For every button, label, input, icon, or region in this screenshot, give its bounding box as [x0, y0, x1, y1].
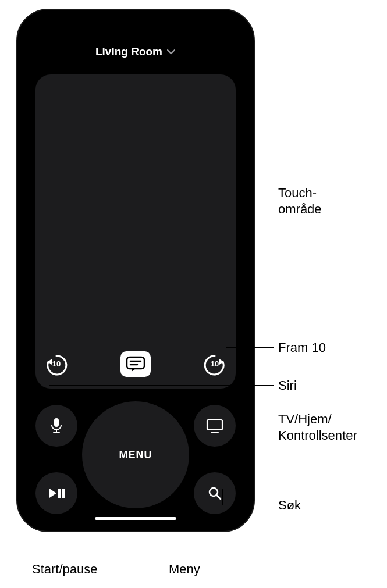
callout-tv-home: TV/Hjem/ Kontrollsenter	[278, 411, 357, 443]
skip-forward-10-button[interactable]: 10	[202, 351, 228, 377]
siri-button[interactable]	[35, 405, 77, 447]
menu-button[interactable]: MENU	[82, 401, 189, 508]
button-cluster: MENU	[35, 397, 236, 513]
leader-line	[49, 385, 274, 386]
phone-frame: Living Room 10	[16, 9, 255, 532]
captions-button[interactable]	[120, 351, 151, 377]
playback-row: 10	[44, 351, 228, 377]
play-pause-button[interactable]	[35, 472, 77, 514]
skip-back-10-label: 10	[52, 359, 61, 368]
callout-siri: Siri	[278, 377, 297, 394]
tv-icon	[205, 418, 224, 433]
leader-line	[264, 198, 274, 198]
leader-line	[226, 347, 274, 348]
callout-menu: Meny	[169, 561, 200, 578]
svg-rect-8	[207, 420, 222, 430]
device-selector-label: Living Room	[95, 45, 162, 58]
phone-screen: Living Room 10	[25, 17, 246, 523]
leader-line	[254, 323, 264, 323]
play-pause-icon	[48, 487, 65, 500]
device-selector[interactable]: Living Room	[25, 45, 246, 58]
svg-rect-0	[127, 357, 144, 369]
leader-line	[222, 489, 223, 505]
leader-line	[230, 419, 274, 419]
skip-back-10-button[interactable]: 10	[44, 351, 69, 377]
skip-forward-10-label: 10	[211, 359, 219, 368]
callout-forward-10: Fram 10	[278, 340, 326, 356]
search-button[interactable]	[194, 472, 236, 514]
microphone-icon	[49, 417, 64, 434]
svg-rect-6	[58, 489, 61, 498]
touch-surface[interactable]: 10	[35, 74, 236, 389]
search-icon	[207, 486, 222, 501]
chevron-down-icon	[166, 48, 176, 55]
leader-line	[49, 385, 49, 401]
leader-line	[177, 459, 177, 558]
callout-touch-area: Touch- område	[278, 185, 322, 217]
svg-line-11	[216, 495, 221, 499]
svg-rect-7	[62, 489, 65, 498]
menu-button-label: MENU	[119, 449, 152, 461]
svg-rect-3	[54, 418, 59, 427]
leader-line	[254, 73, 264, 73]
phone-notch	[86, 17, 185, 33]
callout-play-pause: Start/pause	[32, 561, 98, 578]
leader-line	[222, 505, 274, 505]
home-indicator[interactable]	[95, 517, 176, 520]
tv-home-button[interactable]	[194, 405, 236, 447]
captions-icon	[126, 356, 145, 372]
leader-line	[49, 489, 49, 558]
callout-search: Søk	[278, 497, 301, 514]
